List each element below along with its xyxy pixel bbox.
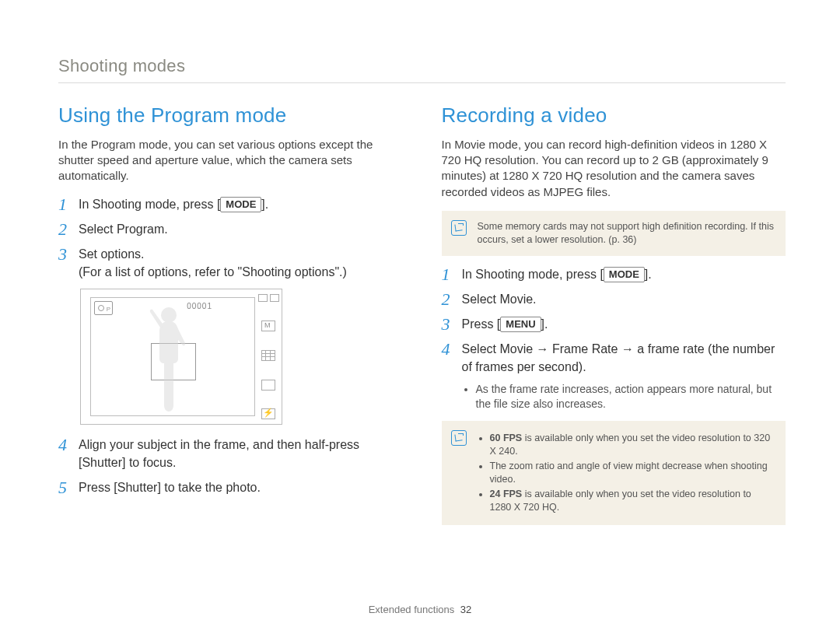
step-4: 4 Align your subject in the frame, and t… [58, 436, 403, 471]
program-mode-steps-continued: 4 Align your subject in the frame, and t… [58, 436, 403, 497]
step-5: 5 Press [Shutter] to take the photo. [58, 478, 403, 497]
menu-keycap: MENU [500, 317, 541, 332]
note-zoom-ratio: The zoom ratio and angle of view might d… [490, 460, 775, 486]
step-2: 2 Select Movie. [442, 290, 786, 309]
program-mode-intro: In the Program mode, you can set various… [58, 137, 403, 184]
step-text: Select Program. [79, 220, 403, 238]
right-column: Recording a video In Movie mode, you can… [442, 102, 786, 534]
left-column: Using the Program mode In the Program mo… [58, 102, 403, 534]
program-mode-icon [94, 301, 113, 315]
step-text: In Shooting mode, press [MODE]. [79, 195, 403, 213]
page-number: 32 [460, 604, 471, 615]
step-1: 1 In Shooting mode, press [MODE]. [58, 195, 403, 214]
section-title-recording-video: Recording a video [442, 102, 786, 129]
step-text: In Shooting mode, press [MODE]. [462, 265, 786, 283]
step-number: 1 [442, 265, 462, 284]
step-text: Press [MENU]. [462, 315, 786, 333]
step-2: 2 Select Program. [58, 220, 403, 239]
page-footer: Extended functions 32 [0, 603, 840, 617]
recording-video-intro: In Movie mode, you can record high-defin… [442, 137, 786, 200]
battery-icon [258, 294, 268, 302]
subject-silhouette-icon [145, 304, 192, 417]
step-1: 1 In Shooting mode, press [MODE]. [442, 265, 786, 284]
step-3: 3 Press [MENU]. [442, 315, 786, 334]
note-frame-rate-availability: 60 FPS is available only when you set th… [442, 421, 786, 524]
recording-video-steps: 1 In Shooting mode, press [MODE]. 2 Sele… [442, 265, 786, 377]
lcd-topbar-icons [258, 294, 279, 302]
lcd-right-icons [260, 294, 277, 419]
note-icon [451, 220, 467, 236]
step-text: Select Movie. [462, 290, 786, 308]
step-3: 3 Set options. (For a list of options, r… [58, 245, 403, 281]
step-number: 3 [58, 245, 79, 264]
iso-icon [261, 380, 275, 391]
step-number: 4 [58, 436, 79, 454]
step-number: 2 [442, 290, 462, 309]
flash-auto-icon [261, 408, 275, 419]
note-60fps: 60 FPS is available only when you set th… [490, 432, 775, 458]
step-number: 2 [58, 220, 79, 239]
step-number: 1 [58, 195, 79, 214]
chapter-title: Shooting modes [58, 54, 786, 83]
step-number: 5 [58, 478, 79, 497]
step-text: Set options. (For a list of options, ref… [79, 245, 403, 281]
camera-lcd-illustration: 00001 [80, 289, 282, 425]
step-text: Press [Shutter] to take the photo. [79, 478, 403, 496]
svg-point-0 [161, 307, 177, 323]
lcd-viewfinder: 00001 [90, 297, 255, 416]
step-text: Select Movie → Frame Rate → a frame rate… [462, 340, 786, 376]
footer-section-label: Extended functions [369, 604, 455, 615]
note-24fps: 24 FPS is available only when you set th… [490, 488, 775, 514]
size-m-icon [261, 321, 275, 331]
note-text: Some memory cards may not support high d… [478, 221, 774, 245]
step-text: Align your subject in the frame, and the… [79, 436, 403, 471]
frame-rate-note: As the frame rate increases, action appe… [476, 382, 786, 412]
manual-page: Shooting modes Using the Program mode In… [0, 0, 840, 634]
mode-keycap: MODE [604, 267, 645, 282]
quality-icon [261, 350, 275, 361]
note-icon [451, 430, 467, 446]
program-mode-steps: 1 In Shooting mode, press [MODE]. 2 Sele… [58, 195, 403, 282]
step-4-sub-bullets: As the frame rate increases, action appe… [476, 382, 786, 412]
step-number: 4 [442, 340, 462, 359]
step-4: 4 Select Movie → Frame Rate → a frame ra… [442, 340, 786, 376]
note-memory-card: Some memory cards may not support high d… [442, 211, 786, 256]
mode-keycap: MODE [220, 197, 261, 212]
note-list: 60 FPS is available only when you set th… [478, 432, 775, 513]
section-title-program-mode: Using the Program mode [58, 102, 403, 129]
two-column-layout: Using the Program mode In the Program mo… [58, 102, 786, 534]
step-number: 3 [442, 315, 462, 334]
card-icon [270, 294, 279, 302]
